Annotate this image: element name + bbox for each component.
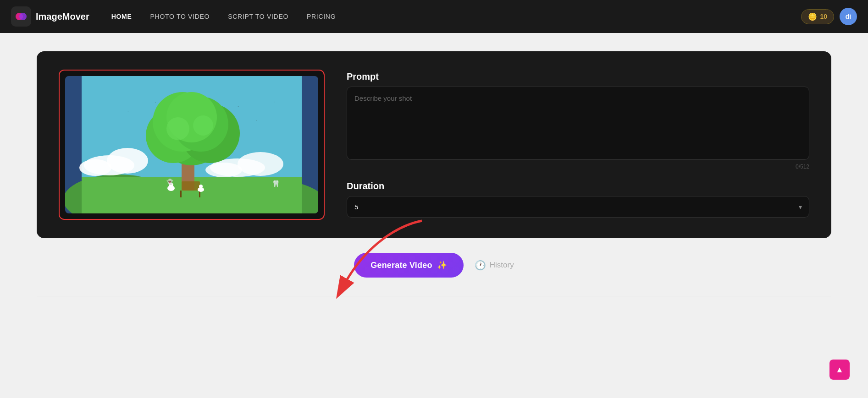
svg-point-27	[199, 185, 203, 188]
navbar: ImageMover HOME PHOTO TO VIDEO SCRIPT TO…	[0, 0, 868, 33]
svg-point-10	[238, 152, 283, 176]
image-display: · · · · · 🦷 👻	[65, 76, 318, 213]
prompt-section: Prompt 0/512	[347, 71, 809, 170]
logo[interactable]: ImageMover	[11, 6, 89, 27]
user-avatar[interactable]: di	[840, 8, 857, 25]
svg-rect-21	[182, 181, 200, 191]
duration-section: Duration 5 10 15 20 ▾	[347, 181, 809, 218]
svg-text:·: ·	[155, 100, 156, 104]
prompt-textarea[interactable]	[347, 87, 809, 160]
svg-point-20	[193, 115, 213, 136]
credits-button[interactable]: 🪙 10	[801, 9, 834, 24]
svg-point-11	[205, 163, 242, 177]
nav-script-to-video[interactable]: SCRIPT TO VIDEO	[228, 13, 288, 20]
svg-point-8	[79, 159, 111, 176]
image-section: · · · · · 🦷 👻	[59, 70, 325, 220]
history-icon: 🕐	[475, 260, 486, 271]
image-upload-area[interactable]: · · · · · 🦷 👻	[59, 70, 325, 220]
nav-links: HOME PHOTO TO VIDEO SCRIPT TO VIDEO PRIC…	[111, 13, 794, 20]
nav-home[interactable]: HOME	[111, 13, 132, 20]
actions-row: Generate Video ✨ 🕐 History	[37, 253, 831, 278]
history-button[interactable]: 🕐 History	[475, 260, 514, 271]
svg-text:·: ·	[256, 119, 257, 123]
logo-icon	[11, 6, 31, 27]
nav-right: 🪙 10 di	[801, 8, 857, 25]
credits-count: 10	[820, 13, 827, 20]
svg-point-19	[166, 117, 189, 140]
divider	[37, 296, 831, 296]
magic-wand-icon: ✨	[437, 260, 447, 270]
svg-point-1	[19, 13, 27, 20]
svg-text:·: ·	[238, 104, 239, 109]
svg-text:👻: 👻	[166, 178, 173, 185]
credits-icon: 🪙	[808, 12, 817, 21]
controls-section: Prompt 0/512 Duration 5 10 15 20 ▾	[347, 70, 809, 218]
duration-select-wrapper: 5 10 15 20 ▾	[347, 196, 809, 218]
svg-rect-22	[180, 191, 182, 197]
main-content: · · · · · 🦷 👻 Prompt	[0, 33, 868, 398]
logo-text: ImageMover	[36, 11, 89, 22]
duration-label: Duration	[347, 181, 809, 191]
svg-point-7	[107, 148, 148, 174]
nav-photo-to-video[interactable]: PHOTO TO VIDEO	[150, 13, 210, 20]
scroll-to-top-button[interactable]: ▲	[829, 360, 850, 380]
generate-video-button[interactable]: Generate Video ✨	[354, 253, 463, 278]
nav-pricing[interactable]: PRICING	[307, 13, 336, 20]
content-card: · · · · · 🦷 👻 Prompt	[37, 51, 831, 238]
svg-text:·: ·	[274, 99, 276, 104]
char-count: 0/512	[347, 164, 809, 170]
prompt-label: Prompt	[347, 71, 809, 82]
card-wrapper: · · · · · 🦷 👻 Prompt	[37, 51, 831, 296]
svg-text:🦷: 🦷	[272, 180, 280, 188]
svg-text:·: ·	[127, 109, 129, 114]
duration-select[interactable]: 5 10 15 20	[347, 196, 809, 218]
